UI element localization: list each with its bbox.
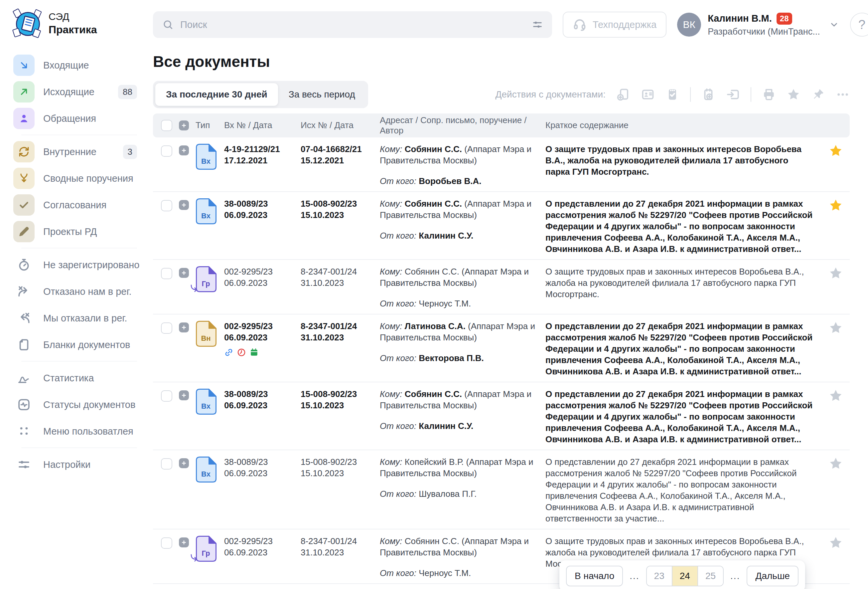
select-all-checkbox[interactable] — [161, 120, 172, 131]
sidebar-item-unregistered[interactable]: Не зарегистрировано — [13, 252, 137, 278]
row-checkbox[interactable] — [161, 268, 172, 279]
table-row[interactable]: Вх38-0089/2306.09.202315-008-902/2315.10… — [153, 382, 850, 450]
table-row[interactable]: Вх38-0089/2306.09.202315-008-902/2315.10… — [153, 192, 850, 260]
addressee-cell: Кому: Собянин С.С. (Аппарат Мэра и Прави… — [380, 266, 539, 309]
pagination-page-23[interactable]: 23 — [647, 566, 672, 586]
content: Все документы За последние 30 днейЗа вес… — [150, 53, 868, 589]
to-line: Кому: Латинова С.А. (Аппарат Мэра и Прав… — [380, 320, 539, 343]
from-name: Черноус Т.М. — [416, 568, 471, 578]
clipboard-plus-icon[interactable] — [701, 87, 715, 102]
table-row[interactable]: Вх38-0089/2306.09.202315-008-902/2315.10… — [153, 450, 850, 530]
from-line: От кого: Векторова П.В. — [380, 352, 539, 364]
row-expand-button[interactable] — [179, 323, 189, 333]
row-checkbox[interactable] — [161, 145, 172, 157]
help-button[interactable]: ? — [850, 13, 868, 37]
brand-line1: СЭД — [49, 11, 97, 22]
addressee-cell: Кому: Собянин С.С. (Аппарат Мэра и Прави… — [380, 144, 539, 187]
sidebar-item-user-menu[interactable]: Меню пользоватлея — [13, 418, 137, 445]
row-expand-button[interactable] — [179, 268, 189, 278]
search-filter-icon[interactable] — [528, 15, 547, 34]
from-label: От кого: — [380, 231, 416, 241]
pagination-page-25[interactable]: 25 — [698, 566, 723, 586]
outgoing-date: 15.12.2021 — [301, 155, 373, 166]
outgoing-date: 15.10.2023 — [301, 468, 373, 479]
sidebar-item-settings[interactable]: Настройки — [13, 451, 137, 478]
pagination-next-button[interactable]: Дальше — [747, 566, 799, 586]
sidebar-item-document-statuses[interactable]: Статусы документов — [13, 391, 137, 418]
star-icon[interactable] — [828, 266, 843, 281]
sidebar-item-draft-projects[interactable]: Проекты РД — [13, 218, 137, 245]
doc-type-icon-Гр: Гр — [196, 536, 217, 562]
sidebar-item-label: Мы отказали в рег. — [43, 313, 127, 324]
table-header: Тип Вх № / Дата Исх № / Дата Адресат / С… — [153, 114, 850, 138]
user-menu[interactable]: ВК Калинин В.М. 28 Разработчики (МинТран… — [677, 13, 839, 37]
header-expand-button[interactable] — [179, 120, 189, 130]
incoming-number-date: 002-9295/2306.09.2023 — [224, 266, 294, 289]
outgoing-number-date: 8-2347-001/2431.10.2023 — [301, 320, 373, 343]
star-icon[interactable] — [828, 144, 843, 158]
star-icon[interactable] — [828, 388, 843, 403]
sliders-icon — [13, 454, 35, 475]
search-bar[interactable] — [153, 11, 552, 38]
page-title: Все документы — [153, 53, 850, 71]
sidebar-item-refused-to-us[interactable]: Отказано нам в рег. — [13, 278, 137, 305]
summary-cell: О защите трудовых прав и законных интере… — [545, 144, 821, 178]
from-name: Черноус Т.М. — [416, 299, 471, 308]
sidebar-item-outgoing[interactable]: Исходящие88 — [13, 78, 137, 105]
from-name: Калинин С.У. — [416, 421, 473, 431]
row-expand-button[interactable] — [179, 200, 189, 210]
star-icon[interactable] — [828, 456, 843, 471]
outgoing-date: 31.10.2023 — [301, 277, 373, 289]
printer-icon[interactable] — [762, 87, 776, 102]
from-line: От кого: Калинин С.У. — [380, 420, 539, 432]
row-expand-button[interactable] — [179, 145, 189, 155]
star-icon[interactable] — [787, 87, 800, 102]
folder-import-icon[interactable] — [726, 87, 740, 102]
table-row[interactable]: Вх4-19-21129/2117.12.202107-04-16682/211… — [153, 138, 850, 192]
incoming-number-date: 38-0089/2306.09.2023 — [224, 456, 294, 479]
sidebar-item-document-forms[interactable]: Бланки документов — [13, 331, 137, 358]
id-card-icon[interactable] — [641, 87, 655, 102]
row-expand-button[interactable] — [179, 537, 189, 548]
support-button[interactable]: Техподдержка — [563, 12, 666, 38]
redirect-arrow-icon — [190, 284, 199, 294]
table-row[interactable]: Гр002-9295/2306.09.20238-2347-001/2431.1… — [153, 260, 850, 314]
svg-text:Вх: Вх — [201, 402, 211, 410]
row-checkbox[interactable] — [161, 200, 172, 211]
row-checkbox[interactable] — [161, 458, 172, 469]
sidebar-item-internal[interactable]: Внутренние3 — [13, 138, 137, 165]
search-input[interactable] — [180, 19, 522, 31]
sidebar-item-we-refused[interactable]: Мы отказали в рег. — [13, 305, 137, 331]
from-label: От кого: — [380, 299, 416, 308]
redirect-arrow-icon — [190, 553, 199, 563]
tab-period-0[interactable]: За последние 30 дней — [155, 83, 278, 106]
pagination-first-button[interactable]: В начало — [566, 566, 623, 586]
file-plus-icon[interactable] — [616, 87, 630, 102]
pin-icon[interactable] — [811, 87, 825, 102]
incoming-date: 06.09.2023 — [224, 400, 294, 411]
to-label: Кому: — [380, 536, 402, 546]
table-row[interactable]: Вн002-9295/2306.09.20238-2347-001/2431.1… — [153, 314, 850, 382]
star-icon[interactable] — [828, 320, 843, 335]
sidebar-item-label: Сводные поручения — [43, 173, 133, 184]
row-expand-button[interactable] — [179, 458, 189, 468]
sidebar-item-appeals[interactable]: Обращения — [13, 105, 137, 132]
row-checkbox[interactable] — [161, 390, 172, 402]
sidebar-item-statistics[interactable]: Статистика — [13, 365, 137, 391]
tab-period-1[interactable]: За весь период — [278, 83, 366, 106]
to-line: Кому: Собянин С.С. (Аппарат Мэра и Прави… — [380, 144, 539, 166]
more-icon[interactable] — [836, 87, 850, 102]
sidebar-item-incoming[interactable]: Входящие — [13, 52, 137, 78]
sidebar: СЭД Практика ВходящиеИсходящие88Обращени… — [0, 0, 150, 589]
sidebar-item-consolidated-orders[interactable]: Сводные поручения — [13, 165, 137, 192]
clipboard-check-icon[interactable] — [666, 87, 679, 102]
outgoing-date: 31.10.2023 — [301, 547, 373, 558]
row-checkbox[interactable] — [161, 323, 172, 334]
pagination-page-24[interactable]: 24 — [672, 566, 698, 586]
star-icon[interactable] — [828, 536, 843, 550]
star-icon[interactable] — [828, 198, 843, 213]
row-expand-button[interactable] — [179, 390, 189, 400]
sidebar-item-approvals[interactable]: Согласования — [13, 192, 137, 218]
row-checkbox[interactable] — [161, 537, 172, 549]
arrow-down-right-icon — [13, 55, 35, 76]
